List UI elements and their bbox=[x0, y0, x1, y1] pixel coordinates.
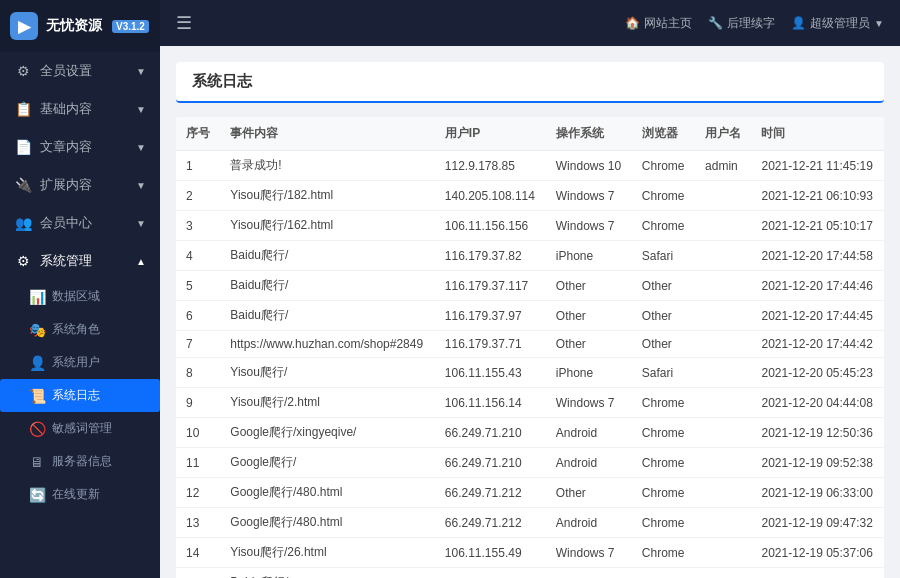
admin-manage-link[interactable]: 🔧 后理续字 bbox=[708, 15, 775, 32]
sidebar-item-huiyuanzhongxin[interactable]: 👥 会员中心 ▼ bbox=[0, 204, 160, 242]
cell-ip: 116.179.37.203 bbox=[435, 568, 546, 579]
cell-ip: 106.11.155.43 bbox=[435, 358, 546, 388]
sidebar-item-zaixianGengxin[interactable]: 🔄 在线更新 bbox=[0, 478, 160, 511]
sidebar-label: 系统管理 bbox=[40, 252, 92, 270]
cell-browser: Chrome bbox=[632, 478, 695, 508]
cell-id: 14 bbox=[176, 538, 220, 568]
sidebar-item-shujuquyu[interactable]: 📊 数据区域 bbox=[0, 280, 160, 313]
cell-os: iPhone bbox=[546, 241, 632, 271]
cell-browser: Chrome bbox=[632, 211, 695, 241]
chevron-down-icon: ▼ bbox=[136, 104, 146, 115]
cell-event: Yisou爬行/2.html bbox=[220, 388, 434, 418]
chevron-down-icon: ▼ bbox=[136, 180, 146, 191]
cell-os: Other bbox=[546, 331, 632, 358]
menu-toggle-button[interactable]: ☰ bbox=[176, 12, 192, 34]
homepage-link[interactable]: 🏠 网站主页 bbox=[625, 15, 692, 32]
settings-icon: ⚙ bbox=[14, 63, 32, 79]
cell-user bbox=[695, 448, 751, 478]
sidebar-item-quanyuan[interactable]: ⚙ 全员设置 ▼ bbox=[0, 52, 160, 90]
sidebar-item-xitongguanli[interactable]: ⚙ 系统管理 ▲ bbox=[0, 242, 160, 280]
cell-id: 11 bbox=[176, 448, 220, 478]
admin-icon: 👤 bbox=[791, 16, 806, 30]
cell-user bbox=[695, 538, 751, 568]
sidebar-sub-label: 系统角色 bbox=[52, 321, 100, 338]
table-row: 13 Google爬行/480.html 66.249.71.212 Andro… bbox=[176, 508, 884, 538]
cell-event: Yisou爬行/ bbox=[220, 358, 434, 388]
cell-ip: 140.205.108.114 bbox=[435, 181, 546, 211]
logo-icon: ▶ bbox=[10, 12, 38, 40]
sidebar-item-jichuneirong[interactable]: 📋 基础内容 ▼ bbox=[0, 90, 160, 128]
cell-event: Baidu爬行/ bbox=[220, 568, 434, 579]
sidebar-sub-label: 敏感词管理 bbox=[52, 420, 112, 437]
user-icon: 👥 bbox=[14, 215, 32, 231]
col-id: 序号 bbox=[176, 117, 220, 151]
cell-event: Baidu爬行/ bbox=[220, 271, 434, 301]
cell-time: 2021-12-19 09:47:32 bbox=[751, 508, 884, 538]
cell-id: 12 bbox=[176, 478, 220, 508]
cell-os: Other bbox=[546, 301, 632, 331]
sidebar-item-fuwuqiXinxi[interactable]: 🖥 服务器信息 bbox=[0, 445, 160, 478]
cell-event: Google爬行/480.html bbox=[220, 508, 434, 538]
cell-browser: Chrome bbox=[632, 388, 695, 418]
cell-event: Yisou爬行/162.html bbox=[220, 211, 434, 241]
cell-ip: 66.249.71.210 bbox=[435, 448, 546, 478]
sidebar-sub-label: 系统用户 bbox=[52, 354, 100, 371]
sidebar-sub-label: 在线更新 bbox=[52, 486, 100, 503]
table-row: 9 Yisou爬行/2.html 106.11.156.14 Windows 7… bbox=[176, 388, 884, 418]
col-browser: 浏览器 bbox=[632, 117, 695, 151]
cell-time: 2021-12-20 05:45:23 bbox=[751, 358, 884, 388]
table-row: 10 Google爬行/xingyeqive/ 66.249.71.210 An… bbox=[176, 418, 884, 448]
log-table-container: 序号 事件内容 用户IP 操作系统 浏览器 用户名 时间 1 普录成功! 112… bbox=[176, 117, 884, 578]
table-row: 6 Baidu爬行/ 116.179.37.97 Other Other 202… bbox=[176, 301, 884, 331]
sidebar-label: 会员中心 bbox=[40, 214, 92, 232]
cell-id: 13 bbox=[176, 508, 220, 538]
cell-os: Android bbox=[546, 448, 632, 478]
col-time: 时间 bbox=[751, 117, 884, 151]
sidebar-item-xitongyonghu[interactable]: 👤 系统用户 bbox=[0, 346, 160, 379]
chevron-down-icon: ▼ bbox=[136, 142, 146, 153]
server-icon: 🖥 bbox=[28, 454, 46, 470]
ban-icon: 🚫 bbox=[28, 421, 46, 437]
cell-browser: Other bbox=[632, 331, 695, 358]
table-row: 5 Baidu爬行/ 116.179.37.117 Other Other 20… bbox=[176, 271, 884, 301]
cell-id: 2 bbox=[176, 181, 220, 211]
cell-os: iPhone bbox=[546, 568, 632, 579]
sidebar-item-xitongjiuse[interactable]: 🎭 系统角色 bbox=[0, 313, 160, 346]
cell-id: 3 bbox=[176, 211, 220, 241]
cell-id: 15 bbox=[176, 568, 220, 579]
cell-id: 10 bbox=[176, 418, 220, 448]
cell-browser: Chrome bbox=[632, 151, 695, 181]
sidebar-label: 基础内容 bbox=[40, 100, 92, 118]
role-icon: 🎭 bbox=[28, 322, 46, 338]
sidebar-item-wenzhanneirong[interactable]: 📄 文章内容 ▼ bbox=[0, 128, 160, 166]
article-icon: 📄 bbox=[14, 139, 32, 155]
sidebar-item-xitongrizi[interactable]: 📜 系统日志 bbox=[0, 379, 160, 412]
table-row: 15 Baidu爬行/ 116.179.37.203 iPhone Safari… bbox=[176, 568, 884, 579]
cell-ip: 116.179.37.82 bbox=[435, 241, 546, 271]
admin-dropdown[interactable]: 👤 超级管理员 ▼ bbox=[791, 15, 884, 32]
cell-id: 9 bbox=[176, 388, 220, 418]
sidebar-item-kuozhanneirong[interactable]: 🔌 扩展内容 ▼ bbox=[0, 166, 160, 204]
table-row: 1 普录成功! 112.9.178.85 Windows 10 Chrome a… bbox=[176, 151, 884, 181]
app-version: V3.1.2 bbox=[112, 20, 149, 33]
cell-user bbox=[695, 271, 751, 301]
cell-time: 2021-12-21 06:10:93 bbox=[751, 181, 884, 211]
cell-browser: Other bbox=[632, 271, 695, 301]
extend-icon: 🔌 bbox=[14, 177, 32, 193]
col-os: 操作系统 bbox=[546, 117, 632, 151]
table-row: 4 Baidu爬行/ 116.179.37.82 iPhone Safari 2… bbox=[176, 241, 884, 271]
cell-ip: 66.249.71.210 bbox=[435, 418, 546, 448]
page-title: 系统日志 bbox=[192, 72, 252, 89]
topbar-right: 🏠 网站主页 🔧 后理续字 👤 超级管理员 ▼ bbox=[625, 15, 884, 32]
app-name: 无忧资源 bbox=[46, 17, 102, 35]
cell-id: 7 bbox=[176, 331, 220, 358]
content-icon: 📋 bbox=[14, 101, 32, 117]
cell-event: Baidu爬行/ bbox=[220, 241, 434, 271]
cell-id: 8 bbox=[176, 358, 220, 388]
cell-user bbox=[695, 418, 751, 448]
cell-event: Google爬行/480.html bbox=[220, 478, 434, 508]
cell-user bbox=[695, 568, 751, 579]
cell-time: 2021-12-19 06:33:00 bbox=[751, 478, 884, 508]
sidebar-item-minganciGuanli[interactable]: 🚫 敏感词管理 bbox=[0, 412, 160, 445]
cell-time: 2021-12-20 17:44:42 bbox=[751, 331, 884, 358]
